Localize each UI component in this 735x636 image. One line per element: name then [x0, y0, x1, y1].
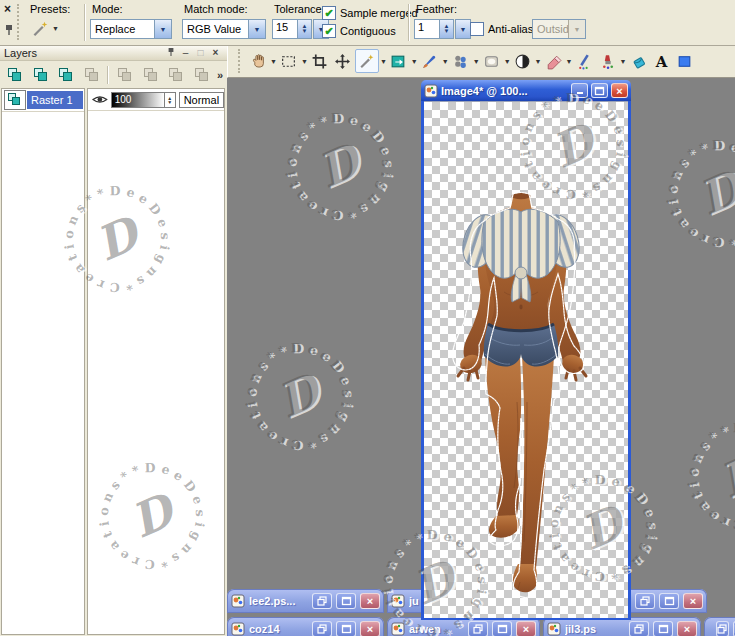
toolbar-grip[interactable] [238, 49, 240, 73]
magic-wand-tool[interactable] [355, 49, 379, 73]
contiguous-checkbox[interactable]: ✔Contiguous [322, 24, 396, 38]
flood-fill-tool[interactable] [627, 50, 649, 72]
layers-palette-titlebar[interactable]: Layers – □ × [0, 45, 227, 61]
close-button[interactable]: × [677, 621, 697, 636]
restore-button[interactable] [468, 621, 488, 636]
presets-wand-button[interactable]: ▼ [27, 16, 73, 41]
palette-close-icon[interactable]: × [208, 47, 223, 58]
restore-button[interactable] [629, 621, 649, 636]
copyright-watermark: *DeeDesigns*Creations*D*DeeDesigns*Creat… [273, 101, 403, 231]
close-button[interactable]: × [516, 621, 536, 636]
palette-pin-icon[interactable] [163, 47, 178, 59]
maximize-button[interactable] [653, 621, 673, 636]
feather-value[interactable]: 1 [414, 19, 440, 39]
paint-brush-tool[interactable] [419, 50, 441, 72]
feather-spinner[interactable]: 1 ▲▼ ▼ [414, 19, 471, 39]
close-button[interactable]: × [683, 593, 703, 609]
pan-tool[interactable] [247, 50, 269, 72]
minimized-window[interactable]: lee2.ps...× [227, 589, 384, 613]
maximize-button[interactable] [492, 621, 512, 636]
clone-brush-tool[interactable] [450, 50, 472, 72]
text-tool[interactable]: A [650, 50, 672, 72]
maximize-button[interactable] [336, 621, 356, 636]
dodge-tool[interactable] [481, 50, 503, 72]
image-window[interactable]: Image4* @ 100... × [421, 80, 631, 620]
layer-list-panel[interactable]: Raster 1 [1, 88, 85, 635]
image-window-titlebar[interactable]: Image4* @ 100... × [421, 80, 631, 101]
tolerance-spinner[interactable]: 15 ▲▼ ▼ [272, 19, 329, 39]
new-mask-layer-button-button[interactable] [30, 66, 51, 84]
close-button[interactable]: × [360, 593, 380, 609]
maximize-button[interactable] [659, 593, 679, 609]
layer-opacity-control[interactable]: 100 ▲▼ [111, 92, 176, 108]
restore-button[interactable] [312, 621, 332, 636]
options-grip[interactable] [17, 4, 19, 40]
layer-row[interactable]: Raster 1 [2, 89, 84, 112]
dodge-tool-dropdown-arrow[interactable]: ▼ [504, 58, 511, 65]
restore-button[interactable] [635, 593, 655, 609]
anti-alias-checkbox[interactable]: Anti-alias [470, 22, 533, 36]
crop-tool[interactable] [309, 50, 331, 72]
picture-tube-tool-dropdown-arrow[interactable]: ▼ [619, 58, 626, 65]
duplicate-layer-button-button[interactable] [55, 66, 76, 84]
image-canvas[interactable] [424, 101, 628, 618]
spinner-arrows-icon[interactable]: ▲▼ [298, 19, 312, 39]
checkbox-label: Contiguous [340, 25, 396, 37]
slider-arrow-icon[interactable]: ▼ [455, 19, 471, 39]
layer-controls-panel[interactable]: 100 ▲▼ Normal [87, 88, 225, 635]
checkbox-label: Anti-alias [488, 23, 533, 35]
psp-file-icon [391, 622, 405, 636]
opacity-spinner-icon[interactable]: ▲▼ [164, 93, 175, 107]
eraser-tool[interactable] [543, 50, 565, 72]
palette-overflow-button[interactable]: » [217, 69, 223, 81]
burn-tool-dropdown-arrow[interactable]: ▼ [535, 58, 542, 65]
eraser-tool-dropdown-arrow[interactable]: ▼ [566, 58, 573, 65]
selection-tool[interactable] [278, 50, 300, 72]
selection-tool-dropdown-arrow[interactable]: ▼ [301, 58, 308, 65]
paint-brush-tool-dropdown-arrow[interactable]: ▼ [442, 58, 449, 65]
tolerance-value[interactable]: 15 [272, 19, 298, 39]
maximize-button[interactable] [336, 593, 356, 609]
move-tool[interactable] [332, 50, 354, 72]
preset-shapes-tool[interactable] [673, 50, 695, 72]
clone-brush-tool-dropdown-arrow[interactable]: ▼ [473, 58, 480, 65]
checkbox-box[interactable]: ✔ [322, 6, 336, 20]
layers-palette-title: Layers [4, 47, 163, 59]
minimize-button[interactable] [571, 83, 588, 98]
restore-button[interactable] [716, 621, 729, 636]
palette-minimize-icon[interactable]: – [178, 47, 193, 58]
checkbox-box[interactable] [470, 22, 484, 36]
blend-mode-select[interactable]: Normal [179, 92, 224, 108]
dodge-icon [483, 53, 500, 70]
color-replacer-tool[interactable] [388, 50, 410, 72]
fill-icon [630, 53, 647, 70]
close-button[interactable]: × [360, 621, 380, 636]
background-eraser-tool[interactable] [573, 50, 595, 72]
visibility-eye-icon[interactable] [92, 94, 108, 105]
minimized-window-title: coz14 [249, 623, 308, 635]
close-button[interactable]: × [611, 83, 628, 98]
color-replacer-tool-dropdown-arrow[interactable]: ▼ [411, 58, 418, 65]
minimized-window[interactable]: coz14× [227, 617, 384, 636]
spinner-arrows-icon[interactable]: ▲▼ [440, 19, 454, 39]
psp-application-window: { "options_bar": { "close_glyph": "×", "… [0, 0, 735, 636]
maximize-button[interactable] [591, 83, 608, 98]
mode-select[interactable]: Replace ▼ [90, 19, 172, 39]
pan-tool-dropdown-arrow[interactable]: ▼ [270, 58, 277, 65]
options-pin-icon[interactable] [4, 24, 14, 38]
mode-value: Replace [91, 23, 154, 35]
minimized-window[interactable]: s× [704, 617, 735, 636]
burn-tool[interactable] [512, 50, 534, 72]
restore-button[interactable] [312, 593, 332, 609]
opacity-gradient[interactable]: 100 [112, 93, 164, 107]
match-mode-select[interactable]: RGB Value ▼ [182, 19, 266, 39]
picture-tube-tool[interactable] [596, 50, 618, 72]
new-raster-layer-button-button[interactable] [4, 66, 25, 84]
layer-name[interactable]: Raster 1 [27, 91, 83, 109]
magic-wand-tool-dropdown-arrow[interactable]: ▼ [380, 58, 387, 65]
chevron-down-icon[interactable]: ▼ [248, 20, 265, 38]
checkbox-box[interactable]: ✔ [322, 24, 336, 38]
chevron-down-icon[interactable]: ▼ [154, 20, 171, 38]
options-close-icon[interactable]: × [4, 2, 11, 16]
sample-merged-checkbox[interactable]: ✔Sample merged [322, 6, 418, 20]
